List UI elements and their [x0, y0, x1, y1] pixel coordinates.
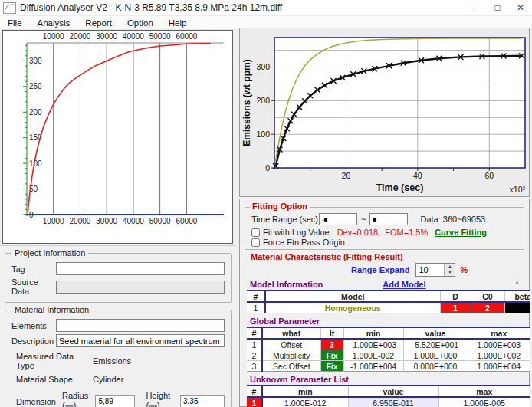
model-row-beta[interactable]: [504, 302, 530, 313]
gp-col-it: It: [320, 327, 343, 339]
svg-text:60000: 60000: [176, 217, 197, 225]
fitting-option-title: Fitting Option: [250, 202, 310, 211]
gp-cell[interactable]: 1.000E+002: [468, 350, 530, 361]
material-characteristic-section: Material Characteristic (Fitting Result)…: [245, 258, 524, 407]
minimize-button[interactable]: –: [463, 0, 486, 16]
time-from-input[interactable]: [319, 213, 357, 225]
up-cell[interactable]: 1.000E-005: [438, 397, 530, 407]
material-shape-label: Material Shape: [16, 375, 93, 384]
model-row-d[interactable]: 1: [440, 302, 471, 313]
gp-cell[interactable]: 1.000E-002: [343, 350, 403, 361]
fitting-result-chart: 0100200300204060Time (sec)x10³Emissions …: [240, 28, 529, 196]
spin-up-icon[interactable]: ▲: [445, 264, 455, 270]
time-to-input[interactable]: [369, 213, 408, 225]
app-icon: [3, 2, 16, 14]
gp-cell[interactable]: 1.000E+003: [468, 339, 530, 350]
menu-file[interactable]: File: [0, 18, 30, 28]
svg-text:30000: 30000: [96, 217, 117, 225]
svg-text:40000: 40000: [123, 32, 144, 41]
menu-report[interactable]: Report: [77, 18, 120, 28]
svg-text:50000: 50000: [149, 32, 171, 41]
measured-data-type-value: Emissions: [93, 356, 131, 366]
gp-cell[interactable]: 3: [247, 361, 262, 372]
gp-col-max: max: [468, 327, 530, 339]
model-row-name[interactable]: Homogeneous: [265, 302, 440, 313]
gp-row[interactable]: 2 Multiplicity Fix 1.000E-002 1.000E+000…: [247, 350, 530, 361]
model-col-d: D: [440, 290, 471, 302]
data-range-info: Data: 360~69053: [420, 215, 485, 224]
svg-text:20000: 20000: [70, 32, 91, 41]
elements-input[interactable]: [56, 319, 225, 332]
close-button[interactable]: ✕: [509, 0, 532, 16]
gp-cell[interactable]: Sec Offset: [262, 361, 320, 372]
gp-cell[interactable]: 1: [247, 339, 262, 350]
model-row[interactable]: 1 Homogeneous 1 2: [247, 302, 530, 313]
fit-log-checkbox[interactable]: [251, 228, 260, 237]
svg-text:10000: 10000: [43, 32, 64, 41]
gp-cell[interactable]: -1.000E+003: [343, 339, 403, 350]
menu-option[interactable]: Option: [120, 18, 161, 28]
gp-row[interactable]: 1 Offset 3 -1.000E+003 -5.520E+001 1.000…: [247, 339, 530, 350]
percent-label: %: [460, 265, 468, 274]
description-input[interactable]: [56, 334, 225, 347]
dimension-label: Dimension: [16, 397, 56, 406]
up-row[interactable]: 1 1.000E-012 6.950E-011 1.000E-005: [247, 397, 530, 407]
height-input[interactable]: [180, 395, 225, 407]
gp-cell[interactable]: 2: [247, 350, 262, 361]
gp-fix-badge[interactable]: Fix: [320, 361, 343, 372]
material-characteristic-title: Material Characteristic (Fitting Result): [248, 252, 406, 261]
unknown-parameter-table: # min value max 1 1.000E-012 6.950E-011 …: [247, 385, 530, 407]
up-num-badge[interactable]: 1: [247, 397, 262, 407]
model-col-beta: beta: [504, 290, 530, 302]
model-table: # Model D C0 beta 1 Homogeneous 1 2: [247, 290, 530, 313]
force-origin-label: Force Ftn Pass Origin: [263, 238, 345, 247]
gp-cell[interactable]: Multiplicity: [262, 350, 320, 361]
gp-it-badge[interactable]: 3: [320, 339, 343, 350]
up-cell[interactable]: 1.000E-012: [262, 397, 348, 407]
gp-row[interactable]: 3 Sec Offset Fix -1.000E+004 0.000E+000 …: [247, 361, 530, 372]
radius-input[interactable]: [95, 395, 135, 407]
spin-down-icon[interactable]: ▼: [445, 270, 455, 276]
force-origin-checkbox[interactable]: [251, 238, 260, 247]
model-row-c0[interactable]: 2: [471, 302, 504, 313]
height-label: Height (㎜): [146, 391, 176, 407]
model-col-model: Model: [265, 290, 440, 302]
range-expand-input[interactable]: [416, 264, 444, 276]
range-expand-link[interactable]: Range Expand: [351, 265, 409, 274]
add-model-link[interactable]: Add Model: [383, 280, 425, 289]
curve-fitting-link[interactable]: Curve Fitting: [435, 228, 487, 237]
svg-text:60: 60: [484, 171, 494, 180]
menu-help[interactable]: Help: [161, 18, 195, 28]
maximize-button[interactable]: □: [486, 0, 509, 16]
svg-text:10000: 10000: [43, 217, 64, 225]
gp-fix-badge[interactable]: Fix: [320, 350, 343, 361]
tag-input[interactable]: [56, 262, 225, 275]
model-row-num[interactable]: 1: [247, 302, 265, 313]
global-parameter-table: # what It min value max 1 Offset 3 -1.00…: [247, 327, 530, 372]
model-col-num: #: [247, 290, 265, 302]
svg-text:300: 300: [256, 62, 270, 71]
gp-cell[interactable]: -5.520E+001: [403, 339, 468, 350]
measured-data-chart-panel: 0501001502002503001000010000200002000030…: [2, 30, 233, 244]
tag-label: Tag: [11, 264, 56, 274]
source-data-input: [56, 281, 225, 294]
title-bar: Diffusion Analyser V2 - K-N-3 R5.89 T3.3…: [0, 0, 532, 16]
gp-col-value: value: [403, 327, 468, 339]
material-information-group: Material Information Elements Descriptio…: [5, 310, 232, 407]
measured-data-chart: 0501001502002503001000010000200002000030…: [3, 31, 232, 243]
fitting-panel: Fitting Option Time Range (sec) ~ Data: …: [239, 199, 530, 407]
scroll-up-icon[interactable]: ^: [515, 281, 521, 289]
menu-analysis[interactable]: Analysis: [30, 18, 78, 28]
svg-text:200: 200: [29, 108, 42, 117]
gp-cell[interactable]: -1.000E+004: [343, 361, 403, 372]
svg-text:100: 100: [29, 159, 42, 168]
gp-cell[interactable]: 1.000E+004: [468, 361, 530, 372]
svg-text:40000: 40000: [123, 217, 144, 225]
svg-text:Emissions (wt ppm): Emissions (wt ppm): [241, 59, 252, 146]
gp-cell[interactable]: 0.000E+000: [403, 361, 468, 372]
material-shape-value: Cylinder: [93, 375, 123, 384]
gp-cell[interactable]: Offset: [262, 339, 320, 350]
gp-cell[interactable]: 1.000E+000: [403, 350, 468, 361]
up-cell[interactable]: 6.950E-011: [348, 397, 438, 407]
description-label: Description: [11, 336, 56, 346]
